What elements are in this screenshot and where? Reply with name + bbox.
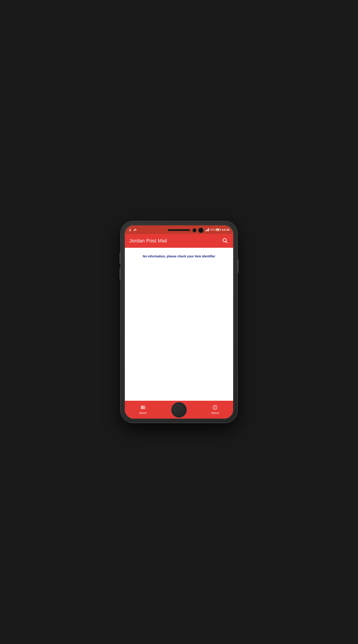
search-icon <box>222 238 228 243</box>
status-right-icons: 82% ⚡ 14:43 <box>200 228 230 232</box>
list-icon <box>140 405 146 410</box>
svg-line-1 <box>226 242 227 243</box>
nav-items-label: Items <box>139 411 147 414</box>
info-icon <box>212 405 218 410</box>
camera-dot <box>192 228 196 232</box>
status-time: 14:43 <box>221 228 230 232</box>
empty-state-message: No information, please check your item i… <box>138 254 220 258</box>
battery-icon: ⚡ <box>216 228 220 231</box>
phone-device: 82% ⚡ 14:43 Jordan Post Mail <box>121 222 237 422</box>
camera-dot-large <box>198 228 204 233</box>
app-title: Jordan Post Mail <box>129 238 167 244</box>
home-button[interactable] <box>171 402 187 418</box>
leaf-icon <box>133 228 137 231</box>
nav-tab-about[interactable]: About <box>197 402 233 417</box>
phone-cameras <box>192 228 204 233</box>
main-content: No information, please check your item i… <box>125 248 233 401</box>
battery-bolt-icon: ⚡ <box>217 229 219 231</box>
power-button <box>237 260 238 273</box>
battery-percent: 82% <box>210 228 215 231</box>
phone-screen: 82% ⚡ 14:43 Jordan Post Mail <box>125 226 233 418</box>
status-left-icons <box>128 228 137 231</box>
battery-indicator: 82% ⚡ <box>210 228 220 231</box>
search-button[interactable] <box>221 236 229 245</box>
volume-down-button <box>120 268 121 280</box>
phone-speaker <box>168 229 190 231</box>
signal-bars <box>205 228 209 231</box>
volume-up-button <box>120 253 121 264</box>
nav-tab-items[interactable]: Items <box>125 402 161 417</box>
app-bar: Jordan Post Mail <box>125 234 233 248</box>
usb-icon <box>128 228 132 231</box>
nav-about-label: About <box>211 411 219 414</box>
